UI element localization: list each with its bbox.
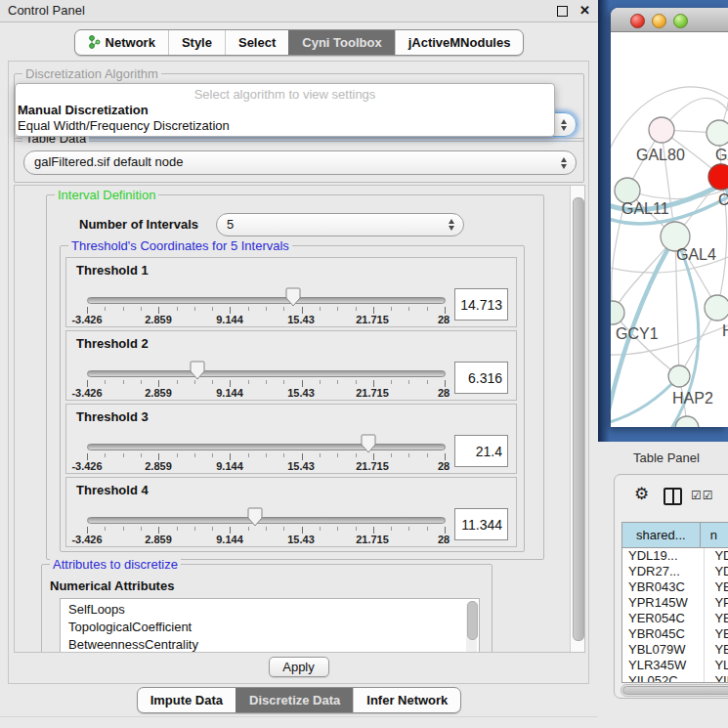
slider-thumb[interactable]	[361, 434, 376, 453]
table-cell[interactable]: YDR2	[705, 564, 728, 579]
list-item[interactable]: BetweennessCentrality	[61, 636, 479, 653]
table-cell[interactable]: YPR145W	[622, 595, 705, 611]
tab-infer-network[interactable]: Infer Network	[353, 688, 460, 712]
combo-spinner-icon[interactable]	[561, 157, 567, 169]
attributes-list[interactable]: SelfLoopsTopologicalCoefficientBetweenne…	[60, 598, 480, 653]
table-row[interactable]: YBR045CYBR0	[622, 626, 728, 642]
tab-select[interactable]: Select	[225, 30, 288, 55]
gear-icon[interactable]: ⚙	[634, 485, 649, 504]
network-node[interactable]	[668, 365, 690, 387]
column-header-name[interactable]: n	[701, 523, 728, 547]
panel-divider	[0, 716, 598, 717]
node-label: GAL11	[621, 200, 669, 217]
table-row[interactable]: YPR145WYPR1	[622, 595, 728, 611]
tick-label: 21.715	[356, 314, 389, 325]
dropdown-option[interactable]: Equal Width/Frequency Discretization	[16, 118, 554, 134]
slider-track[interactable]	[87, 370, 446, 377]
table-cell[interactable]: YBL0	[705, 642, 728, 658]
network-node[interactable]	[649, 117, 674, 143]
scrollbar-thumb[interactable]	[622, 686, 728, 695]
thresholds-group: Threshold's Coordinates for 5 Intervals …	[60, 245, 525, 552]
table-row[interactable]: YDR27...YDR2	[622, 564, 728, 579]
table-row[interactable]: YDL19...YDL1	[622, 548, 728, 564]
scrollbar-thumb[interactable]	[573, 197, 584, 641]
zoom-traffic-light[interactable]	[673, 14, 688, 28]
table-data-combo[interactable]: galFiltered.sif default node	[23, 150, 577, 175]
settings-vertical-scrollbar[interactable]	[570, 186, 584, 652]
control-panel-titlebar: Control Panel ✕	[0, 0, 598, 22]
threshold-value-field[interactable]	[454, 508, 508, 540]
tab-discretize-data[interactable]: Discretize Data	[236, 688, 353, 712]
table-cell[interactable]: YIL052C	[622, 673, 705, 682]
tick-label: 28	[438, 314, 450, 325]
table-cell[interactable]: YBL079W	[622, 642, 705, 658]
tick-label: -3.426	[71, 314, 102, 325]
checkbox-icons[interactable]: ☑☑	[691, 489, 714, 502]
tab-jactivemnodules[interactable]: jActiveMNodules	[395, 30, 524, 55]
table-row[interactable]: YLR345WYLR3	[622, 658, 728, 673]
apply-button[interactable]: Apply	[269, 657, 329, 677]
close-traffic-light[interactable]	[630, 14, 645, 28]
threshold-value-field[interactable]	[454, 435, 508, 467]
network-canvas[interactable]: GAL80GACGAL11GAL4GCY1HHAP2	[611, 32, 728, 427]
node-label: GAL4	[676, 246, 716, 263]
network-node[interactable]	[708, 164, 728, 190]
threshold-value-field[interactable]	[454, 362, 508, 394]
close-icon[interactable]: ✕	[579, 0, 590, 21]
slider-thumb[interactable]	[285, 287, 301, 307]
node-label: GCY1	[616, 325, 659, 342]
column-header-shared[interactable]: shared...	[622, 523, 701, 547]
slider-track[interactable]	[87, 444, 446, 450]
network-node[interactable]	[707, 120, 728, 146]
table-horizontal-scrollbar[interactable]	[621, 684, 728, 697]
table-row[interactable]: YER054CYER0	[622, 611, 728, 626]
attributes-list-scrollbar[interactable]	[466, 601, 477, 653]
table-cell[interactable]: YDL1	[705, 548, 728, 564]
table-cell[interactable]: YLR345W	[622, 658, 705, 673]
table-cell[interactable]: YBR0	[705, 626, 728, 642]
network-window-titlebar	[611, 8, 728, 32]
slider-track[interactable]	[87, 517, 446, 524]
tab-style[interactable]: Style	[168, 30, 225, 55]
threshold-label: Threshold 4	[76, 483, 149, 497]
network-node[interactable]	[611, 301, 624, 324]
threshold-label: Threshold 1	[76, 263, 149, 278]
slider-track[interactable]	[87, 297, 446, 304]
combo-spinner-icon[interactable]	[449, 219, 454, 231]
minimize-traffic-light[interactable]	[652, 14, 666, 28]
network-node[interactable]	[705, 295, 728, 321]
table-data-combo-value: galFiltered.sif default node	[34, 151, 576, 173]
float-window-icon[interactable]	[557, 6, 568, 17]
table-row[interactable]: YBL079WYBL0	[622, 642, 728, 658]
table-cell[interactable]: YBR045C	[622, 626, 705, 642]
table-cell[interactable]: YIL0	[705, 673, 728, 682]
slider-thumb[interactable]	[190, 361, 205, 380]
tick-label: 2.859	[145, 387, 172, 399]
dropdown-option[interactable]: Manual Discretization	[16, 103, 554, 118]
table-row[interactable]: YIL052CYIL0	[622, 673, 728, 682]
tab-network[interactable]: Network	[75, 30, 168, 55]
table-cell[interactable]: YLR3	[705, 658, 728, 673]
columns-icon[interactable]	[664, 488, 682, 505]
num-intervals-combo[interactable]: 5	[216, 213, 464, 236]
tick-label: 15.43	[287, 534, 315, 545]
table-cell[interactable]: YBR043C	[622, 579, 705, 595]
tick-label: 15.43	[287, 387, 315, 399]
table-cell[interactable]: YPR1	[705, 595, 728, 611]
combo-spinner-icon[interactable]	[561, 119, 567, 131]
table-cell[interactable]: YER0	[705, 611, 728, 626]
table-cell[interactable]: YER054C	[622, 611, 705, 626]
screen: Control Panel ✕ NetworkStyleSelectCyni T…	[0, 0, 728, 728]
list-item[interactable]: SelfLoops	[61, 601, 479, 619]
table-row[interactable]: YBR043CYBR0	[622, 579, 728, 595]
threshold-value-field[interactable]	[454, 288, 508, 321]
slider-thumb[interactable]	[247, 507, 263, 527]
table-cell[interactable]: YDL19...	[622, 548, 705, 564]
table-cell[interactable]: YDR27...	[622, 564, 705, 579]
list-item[interactable]: TopologicalCoefficient	[61, 619, 479, 636]
table-cell[interactable]: YBR0	[705, 579, 728, 595]
table-panel-region: Table Panel ⚙ ☑☑ shared... n YDL19...YDL…	[598, 442, 728, 728]
tab-impute-data[interactable]: Impute Data	[138, 688, 236, 712]
window-edge-shadow	[598, 0, 610, 442]
tab-cyni-toolbox[interactable]: Cyni Toolbox	[288, 30, 394, 55]
